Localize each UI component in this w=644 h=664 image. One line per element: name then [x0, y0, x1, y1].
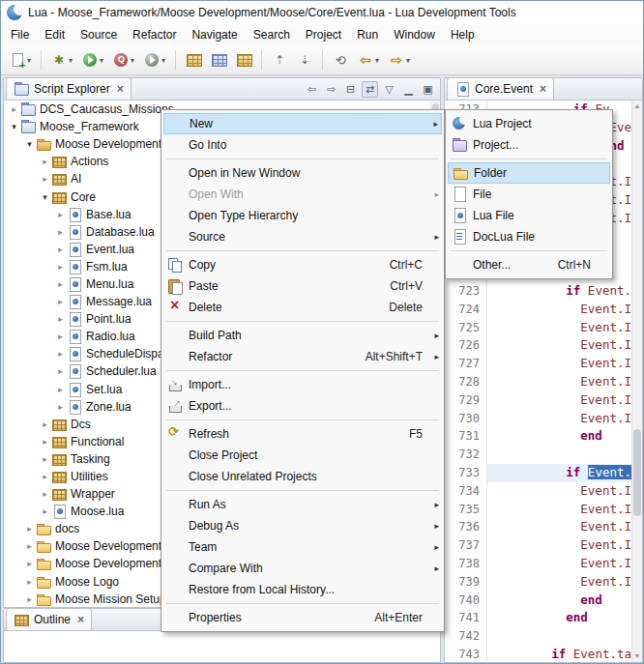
- menubar-item-search[interactable]: Search: [246, 25, 298, 44]
- expand-arrow-icon[interactable]: ▸: [54, 262, 67, 272]
- expand-arrow-icon[interactable]: ▸: [39, 454, 51, 464]
- expand-arrow-icon[interactable]: ▸: [54, 245, 67, 254]
- expand-arrow-icon[interactable]: ▸: [54, 349, 67, 359]
- collapse-all-button[interactable]: ⊟: [342, 81, 359, 98]
- expand-arrow-icon[interactable]: ▸: [39, 437, 51, 447]
- new-submenu-item-folder[interactable]: Folder: [448, 162, 610, 184]
- context-menu-item-paste[interactable]: PasteCtrl+V: [163, 275, 442, 297]
- context-menu-item-close-project[interactable]: Close Project: [163, 445, 442, 466]
- expand-arrow-icon[interactable]: ▸: [39, 472, 51, 481]
- close-icon[interactable]: ×: [77, 613, 84, 626]
- context-menu-item-close-unrelated-projects[interactable]: Close Unrelated Projects: [163, 466, 442, 487]
- debug-button[interactable]: ✱▾: [47, 48, 76, 72]
- menubar-item-help[interactable]: Help: [443, 25, 483, 44]
- external-tools-button[interactable]: ▾: [140, 48, 169, 72]
- blank-icon: [167, 582, 183, 597]
- link-with-editor-button[interactable]: ⇄: [362, 81, 378, 98]
- next-annotation-button[interactable]: ⇣: [293, 48, 316, 72]
- expand-arrow-icon[interactable]: ▸: [39, 174, 51, 184]
- profile-button[interactable]: ▾: [109, 48, 138, 72]
- editor-line-723: 723 if Event.: [445, 282, 631, 301]
- scroll-up-icon[interactable]: ▲: [632, 101, 642, 112]
- table-view-1-button[interactable]: [182, 48, 205, 72]
- maximize-button[interactable]: ▣: [420, 81, 436, 98]
- expand-arrow-icon[interactable]: ▸: [39, 489, 51, 499]
- tab-core-event[interactable]: Core.Event ×: [447, 77, 554, 100]
- previous-annotation-button[interactable]: ⇡: [268, 48, 291, 72]
- context-menu-item-new[interactable]: New▸: [163, 113, 442, 134]
- context-menu-item-refactor[interactable]: RefactorAlt+Shift+T▸: [163, 346, 442, 367]
- expand-arrow-icon[interactable]: ▸: [23, 577, 36, 587]
- expand-arrow-icon[interactable]: ▸: [23, 559, 36, 568]
- expand-arrow-icon[interactable]: ▸: [23, 541, 36, 551]
- menubar-item-window[interactable]: Window: [386, 25, 443, 44]
- dropdown-arrow-icon: ▾: [406, 56, 410, 65]
- context-menu-item-open-type-hierarchy[interactable]: Open Type Hierarchy: [163, 205, 442, 226]
- context-menu-item-open-in-new-window[interactable]: Open in New Window: [163, 162, 442, 184]
- context-menu-item-import[interactable]: Import...: [163, 374, 442, 395]
- context-menu-item-go-into[interactable]: Go Into: [163, 134, 442, 156]
- close-icon[interactable]: ×: [117, 82, 124, 96]
- collapse-arrow-icon[interactable]: ▾: [23, 139, 36, 149]
- menubar-item-edit[interactable]: Edit: [37, 25, 73, 44]
- forward-button[interactable]: ⇨▾: [385, 48, 414, 72]
- minimize-button[interactable]: ▁: [400, 81, 417, 98]
- expand-arrow-icon[interactable]: ▸: [54, 210, 67, 219]
- menubar-item-run[interactable]: Run: [349, 25, 386, 44]
- expand-arrow-icon[interactable]: ▸: [8, 104, 20, 114]
- expand-arrow-icon[interactable]: ▸: [39, 157, 51, 166]
- menubar-item-project[interactable]: Project: [298, 25, 349, 44]
- back-button[interactable]: ⇦: [304, 81, 320, 98]
- context-menu-item-source[interactable]: Source▸: [163, 226, 442, 247]
- new-wizard-button[interactable]: ▾: [6, 48, 35, 72]
- menubar-item-source[interactable]: Source: [73, 25, 125, 44]
- expand-arrow-icon[interactable]: ▸: [54, 402, 67, 412]
- expand-arrow-icon[interactable]: ▸: [54, 366, 67, 376]
- expand-arrow-icon[interactable]: ▸: [54, 279, 67, 289]
- context-menu-item-debug-as[interactable]: Debug As▸: [163, 515, 442, 536]
- scroll-down-icon[interactable]: ▼: [632, 650, 642, 662]
- expand-arrow-icon[interactable]: ▸: [54, 385, 67, 394]
- context-menu-item-restore-from-local-history[interactable]: Restore from Local History...: [163, 579, 442, 600]
- new-submenu-item-project[interactable]: Project...: [448, 134, 610, 156]
- forward-button[interactable]: ⇨: [323, 81, 339, 98]
- expand-arrow-icon[interactable]: ▸: [54, 314, 67, 324]
- context-menu-item-build-path[interactable]: Build Path▸: [163, 325, 442, 346]
- menubar-item-navigate[interactable]: Navigate: [184, 25, 245, 44]
- expand-arrow-icon[interactable]: ▸: [54, 332, 67, 341]
- expand-arrow-icon[interactable]: ▸: [23, 594, 36, 604]
- new-submenu-item-other[interactable]: Other...Ctrl+N: [448, 254, 610, 275]
- table-view-2-button[interactable]: [207, 48, 230, 72]
- editor-scrollbar[interactable]: ▲ ▼: [631, 101, 642, 662]
- expand-arrow-icon[interactable]: ▸: [39, 419, 51, 429]
- new-submenu-item-doclua-file[interactable]: DocLua File: [448, 226, 610, 247]
- tab-script-explorer[interactable]: Script Explorer ×: [6, 77, 132, 100]
- context-menu-item-copy[interactable]: CopyCtrl+C: [163, 254, 442, 275]
- table-view-3-button[interactable]: [232, 48, 255, 72]
- context-menu-item-team[interactable]: Team▸: [163, 536, 442, 558]
- new-submenu-item-file[interactable]: File: [448, 184, 610, 205]
- context-menu-item-export[interactable]: Export...: [163, 395, 442, 417]
- expand-arrow-icon[interactable]: ▸: [54, 227, 67, 237]
- expand-arrow-icon[interactable]: ▸: [54, 297, 67, 306]
- menubar-item-refactor[interactable]: Refactor: [125, 25, 184, 44]
- new-submenu-item-lua-project[interactable]: Lua Project: [448, 113, 610, 134]
- collapse-arrow-icon[interactable]: ▾: [8, 122, 20, 131]
- context-menu-item-refresh[interactable]: RefreshF5: [163, 423, 442, 445]
- new-submenu-item-lua-file[interactable]: Lua File: [448, 205, 610, 226]
- expand-arrow-icon[interactable]: ▸: [39, 506, 51, 516]
- run-button[interactable]: ▾: [78, 48, 107, 72]
- context-menu-item-run-as[interactable]: Run As▸: [163, 494, 442, 515]
- context-menu-item-delete[interactable]: DeleteDelete: [163, 297, 442, 318]
- menubar-item-file[interactable]: File: [3, 25, 37, 44]
- context-menu-item-properties[interactable]: PropertiesAlt+Enter: [163, 607, 442, 628]
- view-menu-button[interactable]: ▽: [381, 81, 397, 98]
- editor-scrollbar-thumb[interactable]: [633, 429, 641, 516]
- context-menu-item-compare-with[interactable]: Compare With▸: [163, 558, 442, 579]
- collapse-arrow-icon[interactable]: ▾: [39, 192, 51, 202]
- tab-outline[interactable]: Outline ×: [6, 608, 92, 630]
- expand-arrow-icon[interactable]: ▸: [23, 524, 36, 534]
- close-icon[interactable]: ×: [540, 82, 546, 96]
- back-button[interactable]: ⇦▾: [354, 48, 383, 72]
- last-edit-location-button[interactable]: ⟲: [329, 48, 352, 72]
